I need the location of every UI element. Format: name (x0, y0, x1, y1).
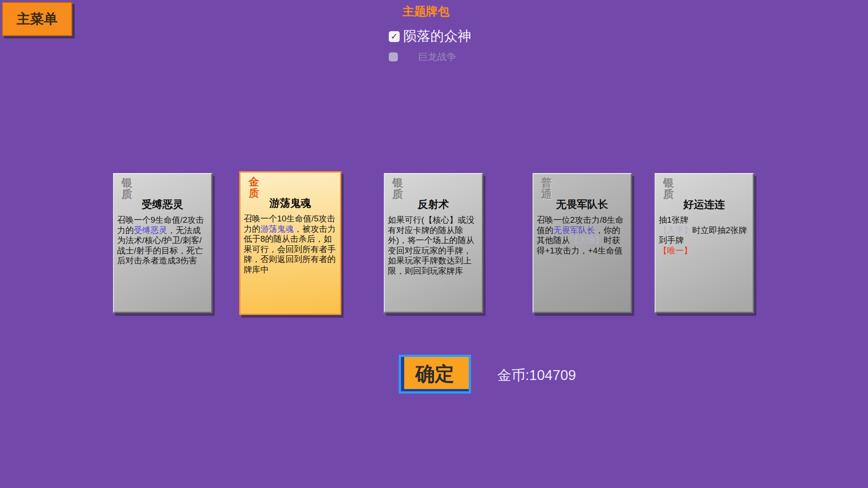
card-rarity-stamp: 银质 (122, 178, 134, 200)
card-rarity-stamp: 普通 (542, 178, 554, 200)
checkmark-icon: ✓ (391, 32, 398, 41)
pack-label: 巨龙战争 (418, 51, 456, 63)
card[interactable]: 银质 受缚恶灵 召唤一个9生命值/2攻击力的受缚恶灵，无法成为法术/核心/护卫/… (113, 173, 212, 313)
card[interactable]: 银质 反射术 如果可行(【核心】或没有对应卡牌的随从除外)，将一个场上的随从变回… (384, 173, 483, 313)
card-text-segment: 【入场】 (570, 235, 604, 245)
card-title: 游荡鬼魂 (241, 196, 340, 210)
card[interactable]: 金质 游荡鬼魂 召唤一个10生命值/5攻击力的游荡鬼魂，被攻击力低于8的随从击杀… (239, 171, 341, 315)
confirm-button[interactable]: 确定 (399, 355, 471, 394)
card-title: 受缚恶灵 (114, 197, 211, 211)
card-body: 抽1张牌 【入手】时立即抽2张牌到手牌 【唯一】 (656, 211, 753, 256)
main-menu-button[interactable]: 主菜单 (2, 2, 72, 36)
card-text-segment: 抽1张牌 (659, 215, 689, 225)
card-text-segment: 受缚恶灵 (134, 225, 167, 235)
card-rarity-stamp: 银质 (664, 178, 676, 200)
card-rarity-stamp: 金质 (249, 176, 261, 199)
card-text-segment: 无畏军队长 (553, 225, 595, 235)
card-rarity-stamp: 银质 (393, 178, 405, 200)
card-text-segment: 【入手】 (659, 225, 692, 235)
pack-toggle-dragon-war[interactable]: 巨龙战争 (389, 51, 456, 63)
card-body: 如果可行(【核心】或没有对应卡牌的随从除外)，将一个场上的随从变回对应玩家的手牌… (385, 211, 482, 276)
card-title: 反射术 (385, 197, 482, 211)
pack-toggle-fallen-gods[interactable]: ✓ 陨落的众神 (389, 27, 471, 46)
card[interactable]: 银质 好运连连 抽1张牌 【入手】时立即抽2张牌到手牌 【唯一】 (655, 173, 754, 313)
confirm-label: 确定 (415, 361, 454, 387)
checkbox-checked-icon[interactable]: ✓ (389, 31, 400, 42)
pack-label: 陨落的众神 (403, 27, 471, 46)
card-text-segment: 游荡鬼魂 (260, 224, 294, 234)
card-text-segment: 【唯一】 (659, 246, 692, 255)
page-title: 主题牌包 (402, 4, 449, 19)
card-title: 好运连连 (656, 197, 753, 211)
checkbox-unchecked-icon[interactable] (389, 52, 398, 61)
card[interactable]: 普通 无畏军队长 召唤一位2攻击力/8生命值的无畏军队长，你的其他随从【入场】时… (533, 173, 632, 313)
card-title: 无畏军队长 (533, 197, 631, 211)
card-body: 召唤一位2攻击力/8生命值的无畏军队长，你的其他随从【入场】时获得+1攻击力，+… (533, 211, 631, 256)
card-body: 召唤一个9生命值/2攻击力的受缚恶灵，无法成为法术/核心/护卫/刺客/战士/射手… (114, 211, 211, 266)
card-text-segment: 如果可行(【核心】或没有对应卡牌的随从除外)，将一个场上的随从变回对应玩家的手牌… (388, 215, 474, 276)
game-screen: 主菜单 主题牌包 ✓ 陨落的众神 巨龙战争 银质 受缚恶灵 召唤一个9生命值/2… (0, 0, 868, 488)
card-body: 召唤一个10生命值/5攻击力的游荡鬼魂，被攻击力低于8的随从击杀后，如果可行，会… (241, 210, 340, 275)
main-menu-label: 主菜单 (17, 10, 57, 28)
gold-count: 金币:104709 (497, 366, 576, 385)
